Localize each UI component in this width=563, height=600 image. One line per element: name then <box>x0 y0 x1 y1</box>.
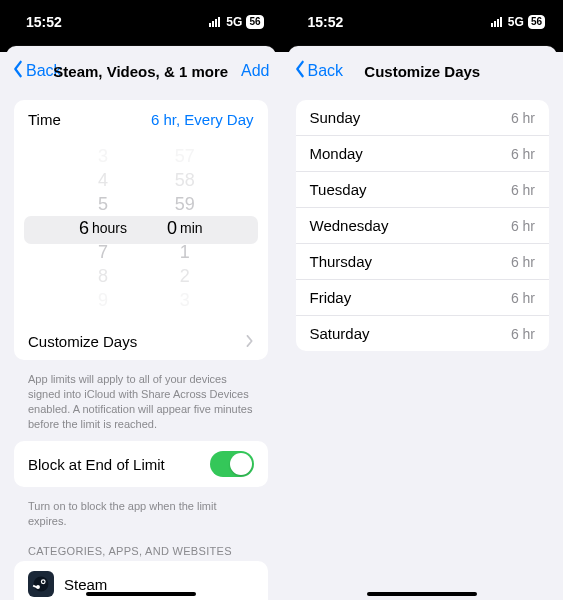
time-label: Time <box>28 111 61 128</box>
block-group: Block at End of Limit <box>14 441 268 487</box>
network-label: 5G <box>226 15 242 29</box>
time-group: Time 6 hr, Every Day 3 4 5 6hours 7 8 9 … <box>14 100 268 360</box>
home-indicator[interactable] <box>86 592 196 596</box>
screen-app-limit: 15:52 5G 56 Back Steam, Videos, & 1 more… <box>0 0 282 600</box>
battery-icon: 56 <box>246 15 263 29</box>
time-picker[interactable]: 3 4 5 6hours 7 8 9 57 58 59 0min 1 2 3 <box>14 138 268 322</box>
day-value: 6 hr <box>511 146 535 162</box>
chevron-left-icon <box>294 60 306 82</box>
day-label: Saturday <box>310 325 370 342</box>
nav-bar: Back Steam, Videos, & 1 more Add <box>0 52 282 90</box>
svg-point-0 <box>34 577 49 592</box>
back-button[interactable]: Back <box>294 60 344 82</box>
day-label: Sunday <box>310 109 361 126</box>
day-value: 6 hr <box>511 218 535 234</box>
day-row-wednesday[interactable]: Wednesday 6 hr <box>296 207 550 243</box>
screen-customize-days: 15:52 5G 56 Back Customize Days Sunday 6… <box>282 0 564 600</box>
signal-icon <box>209 17 220 27</box>
day-label: Monday <box>310 145 363 162</box>
home-indicator[interactable] <box>367 592 477 596</box>
battery-icon: 56 <box>528 15 545 29</box>
day-label: Friday <box>310 289 352 306</box>
customize-days-row[interactable]: Customize Days <box>14 322 268 360</box>
svg-point-2 <box>42 581 44 583</box>
status-time: 15:52 <box>308 14 344 30</box>
day-value: 6 hr <box>511 110 535 126</box>
back-button[interactable]: Back <box>12 60 62 82</box>
content: Sunday 6 hr Monday 6 hr Tuesday 6 hr Wed… <box>282 90 564 351</box>
block-at-end-row[interactable]: Block at End of Limit <box>14 441 268 487</box>
day-row-tuesday[interactable]: Tuesday 6 hr <box>296 171 550 207</box>
status-right: 5G 56 <box>209 15 263 29</box>
block-footer: Turn on to block the app when the limit … <box>14 495 268 539</box>
nav-bar: Back Customize Days <box>282 52 564 90</box>
block-label: Block at End of Limit <box>28 456 165 473</box>
picker-minutes[interactable]: 57 58 59 0min 1 2 3 <box>167 144 203 312</box>
time-value: 6 hr, Every Day <box>151 111 254 128</box>
steam-icon <box>28 571 54 597</box>
day-row-thursday[interactable]: Thursday 6 hr <box>296 243 550 279</box>
day-row-monday[interactable]: Monday 6 hr <box>296 135 550 171</box>
day-value: 6 hr <box>511 290 535 306</box>
network-label: 5G <box>508 15 524 29</box>
day-value: 6 hr <box>511 182 535 198</box>
day-label: Wednesday <box>310 217 389 234</box>
picker-hours[interactable]: 3 4 5 6hours 7 8 9 <box>79 144 127 312</box>
status-right: 5G 56 <box>491 15 545 29</box>
chevron-right-icon <box>246 335 254 347</box>
day-label: Thursday <box>310 253 373 270</box>
apps-header: Categories, Apps, and Websites <box>14 539 268 561</box>
sheet-grabber-area <box>282 44 564 52</box>
back-label: Back <box>308 62 344 80</box>
content: Time 6 hr, Every Day 3 4 5 6hours 7 8 9 … <box>0 90 282 600</box>
customize-days-label: Customize Days <box>28 333 137 350</box>
back-label: Back <box>26 62 62 80</box>
chevron-left-icon <box>12 60 24 82</box>
limits-footer: App limits will apply to all of your dev… <box>14 368 268 441</box>
signal-icon <box>491 17 502 27</box>
day-row-saturday[interactable]: Saturday 6 hr <box>296 315 550 351</box>
day-value: 6 hr <box>511 254 535 270</box>
picker-highlight <box>24 216 258 244</box>
day-row-friday[interactable]: Friday 6 hr <box>296 279 550 315</box>
day-row-sunday[interactable]: Sunday 6 hr <box>296 100 550 135</box>
status-time: 15:52 <box>26 14 62 30</box>
status-bar: 15:52 5G 56 <box>0 0 282 44</box>
time-row[interactable]: Time 6 hr, Every Day <box>14 100 268 138</box>
add-button[interactable]: Add <box>241 62 269 80</box>
block-toggle[interactable] <box>210 451 254 477</box>
day-label: Tuesday <box>310 181 367 198</box>
app-label: Steam <box>64 576 254 593</box>
sheet-grabber-area <box>0 44 282 52</box>
status-bar: 15:52 5G 56 <box>282 0 564 44</box>
day-value: 6 hr <box>511 326 535 342</box>
days-group: Sunday 6 hr Monday 6 hr Tuesday 6 hr Wed… <box>296 100 550 351</box>
